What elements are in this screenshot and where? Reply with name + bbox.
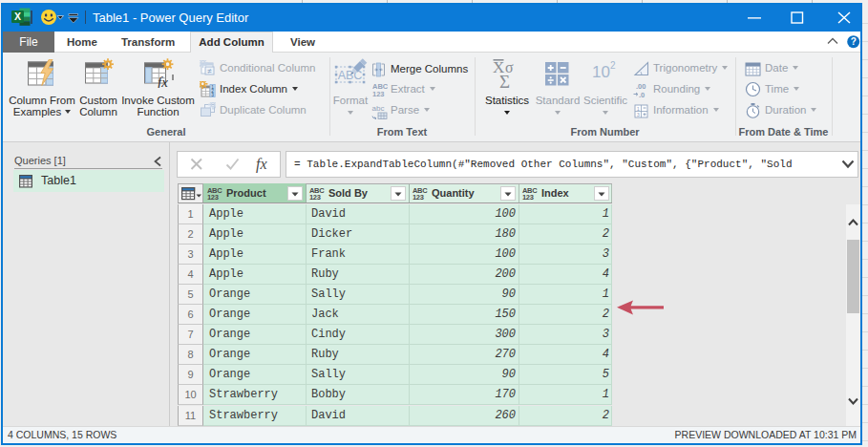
svg-text:fx: fx [158,74,168,88]
svg-text:2: 2 [610,60,616,71]
svg-text:.0: .0 [639,91,645,99]
svg-text:Σ: Σ [499,72,510,89]
svg-text:abc: abc [372,104,385,113]
svg-text:3: 3 [637,112,640,117]
svg-text:10: 10 [592,63,610,81]
svg-text:1: 1 [637,106,640,112]
svg-text:3: 3 [211,93,214,97]
svg-text:≠: ≠ [207,67,212,75]
svg-text:123: 123 [372,90,385,97]
svg-text:?: ? [851,36,857,47]
svg-text:X: X [14,11,21,22]
